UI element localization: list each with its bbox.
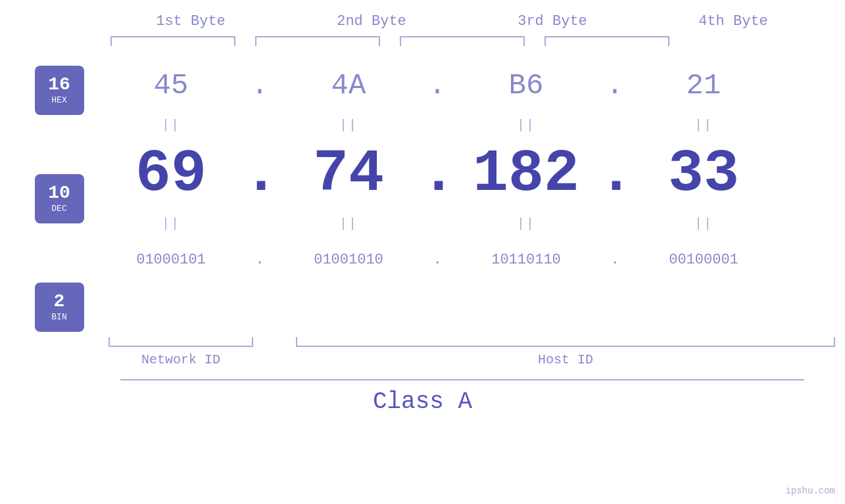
badge-dec-number: 10 xyxy=(48,184,70,202)
hex-cell-4: 21 xyxy=(631,69,776,102)
main-container: 1st Byte 2nd Byte 3rd Byte 4th Byte 16 H… xyxy=(0,0,845,504)
hex-row: 45 . 4A . B6 . 21 xyxy=(99,59,845,112)
bin-cell-1: 01000101 xyxy=(99,252,243,268)
bin-dot-3: . xyxy=(598,252,631,268)
dec-cell-3: 182 xyxy=(454,141,598,208)
dec-dot-2: . xyxy=(421,141,454,208)
dec-value-1: 69 xyxy=(135,141,206,208)
byte-label-2: 2nd Byte xyxy=(299,13,444,30)
equals2-3: || xyxy=(454,216,598,231)
dec-value-3: 182 xyxy=(473,141,579,208)
equals-2: || xyxy=(276,118,421,133)
equals-3: || xyxy=(454,118,598,133)
dec-dot-3: . xyxy=(598,141,631,208)
badge-dec-label: DEC xyxy=(51,204,66,214)
bin-row: 01000101 . 01001010 . 10110110 . xyxy=(99,237,845,283)
byte-label-1: 1st Byte xyxy=(118,13,263,30)
bin-cell-2: 01001010 xyxy=(276,252,421,268)
dec-cell-1: 69 xyxy=(99,141,243,208)
equals2-4: || xyxy=(631,216,776,231)
byte-labels-row: 1st Byte 2nd Byte 3rd Byte 4th Byte xyxy=(101,13,824,30)
equals-row-1: || || || || xyxy=(99,112,845,138)
equals-1: || xyxy=(99,118,243,133)
equals-row-2: || || || || xyxy=(99,210,845,237)
badge-bin: 2 BIN xyxy=(35,283,84,332)
dec-value-4: 33 xyxy=(668,141,739,208)
badge-hex-number: 16 xyxy=(48,76,70,94)
equals-4: || xyxy=(631,118,776,133)
equals2-1: || xyxy=(99,216,243,231)
host-id-label: Host ID xyxy=(296,352,835,367)
bin-value-1: 01000101 xyxy=(136,252,206,268)
class-label: Class A xyxy=(81,388,765,415)
badge-bin-number: 2 xyxy=(54,292,65,311)
bracket-top-2 xyxy=(255,36,380,46)
bracket-top-3 xyxy=(400,36,525,46)
bin-cell-3: 10110110 xyxy=(454,252,598,268)
network-id-label: Network ID xyxy=(109,352,253,367)
dec-cell-2: 74 xyxy=(276,141,421,208)
badges-column: 16 HEX 10 DEC 2 BIN xyxy=(20,66,99,332)
dec-dot-1: . xyxy=(243,141,276,208)
badge-bin-label: BIN xyxy=(51,312,66,322)
badge-hex: 16 HEX xyxy=(35,66,84,115)
data-grid: 45 . 4A . B6 . 21 xyxy=(99,59,845,283)
bin-value-4: 00100001 xyxy=(669,252,738,268)
bin-dot-1: . xyxy=(243,252,276,268)
byte-label-3: 3rd Byte xyxy=(480,13,625,30)
hex-value-1: 45 xyxy=(154,69,189,102)
equals2-2: || xyxy=(276,216,421,231)
dec-cell-4: 33 xyxy=(631,141,776,208)
hex-cell-2: 4A xyxy=(276,69,421,102)
hex-dot-1: . xyxy=(243,69,276,102)
hex-cell-3: B6 xyxy=(454,69,598,102)
bracket-bottom-host xyxy=(296,337,835,347)
bracket-bottom-network xyxy=(109,337,253,347)
bin-value-2: 01001010 xyxy=(314,252,383,268)
byte-label-4: 4th Byte xyxy=(661,13,806,30)
hex-value-3: B6 xyxy=(509,69,544,102)
watermark: ipshu.com xyxy=(785,486,835,496)
bin-dot-2: . xyxy=(421,252,454,268)
badge-hex-label: HEX xyxy=(51,95,66,105)
dec-value-2: 74 xyxy=(313,141,384,208)
bin-value-3: 10110110 xyxy=(491,252,561,268)
hex-cell-1: 45 xyxy=(99,69,243,102)
hex-value-2: 4A xyxy=(331,69,366,102)
top-brackets-row xyxy=(101,36,824,46)
dec-row: 69 . 74 . 182 . 33 xyxy=(99,138,845,210)
hex-dot-3: . xyxy=(598,69,631,102)
hex-dot-2: . xyxy=(421,69,454,102)
badge-dec: 10 DEC xyxy=(35,174,84,223)
hex-value-4: 21 xyxy=(687,69,721,102)
bin-cell-4: 00100001 xyxy=(631,252,776,268)
bracket-top-4 xyxy=(544,36,669,46)
class-line xyxy=(120,379,804,380)
bracket-top-1 xyxy=(110,36,235,46)
